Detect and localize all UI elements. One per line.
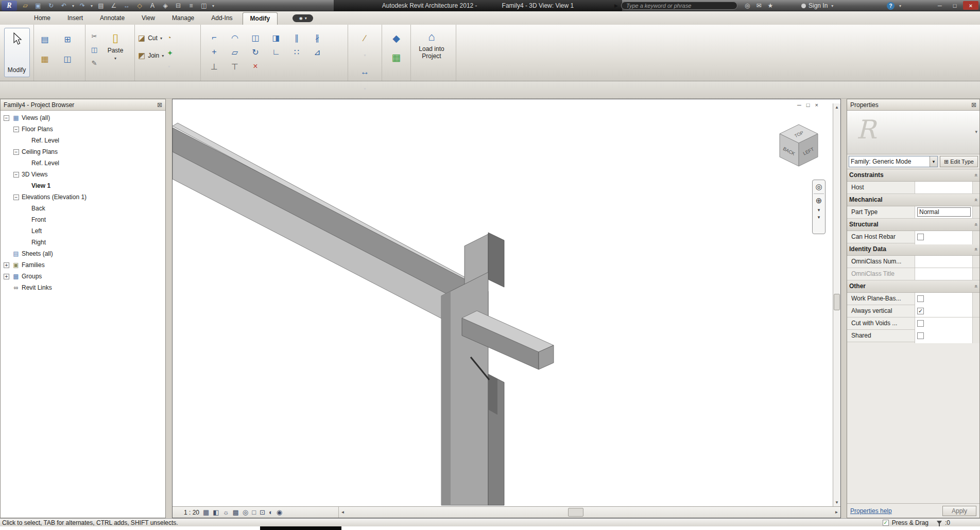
modify-select-button[interactable]: Modify	[4, 28, 30, 77]
tree-item-ceiling-plans[interactable]: −Ceiling Plans	[1, 146, 165, 157]
paint-icon[interactable]: ◔	[167, 33, 173, 42]
detail-level-icon[interactable]: ▦	[203, 508, 209, 516]
tree-item-right[interactable]: Right	[1, 237, 165, 248]
view-minimize-icon[interactable]: ─	[797, 102, 801, 108]
property-value-omniclass-num[interactable]	[915, 256, 972, 268]
copy-to-clipboard-icon[interactable]: ◫	[89, 44, 100, 55]
property-value-cut-with-voids[interactable]	[915, 317, 972, 331]
redo-icon[interactable]: ↷	[77, 1, 88, 10]
tree-item-front[interactable]: Front	[1, 214, 165, 225]
create-similar-icon[interactable]: ▦	[392, 51, 401, 63]
mirror-pick-axis-icon[interactable]: ◫	[245, 30, 266, 45]
property-group-mechanical[interactable]: Mechanical«	[847, 194, 979, 206]
property-value-omniclass-title[interactable]	[915, 268, 972, 280]
property-value-always-vertical[interactable]: ✓	[915, 305, 972, 317]
collapse-icon[interactable]: −	[13, 195, 19, 200]
paste-dropdown-icon[interactable]: ▾	[114, 56, 116, 61]
tab-home[interactable]: Home	[27, 12, 58, 25]
switch-windows-icon[interactable]: ◫	[198, 1, 210, 10]
zoom-dropdown-icon[interactable]: ▾	[818, 207, 820, 213]
save-icon[interactable]: ▣	[32, 1, 44, 10]
tree-item-elevations-elevation-1[interactable]: −Elevations (Elevation 1)	[1, 191, 165, 203]
property-group-structural[interactable]: Structural«	[847, 219, 979, 231]
unpin-icon[interactable]: ⊤	[225, 59, 245, 74]
geometry-options-dropdown-icon[interactable]: ▾	[167, 64, 171, 69]
filter-icon[interactable]	[937, 521, 942, 524]
property-value-part-type[interactable]: Normal	[915, 206, 972, 218]
property-value-work-plane-bas[interactable]	[915, 293, 972, 306]
tab-annotate[interactable]: Annotate	[93, 12, 132, 25]
tree-item-sheets-all[interactable]: ▤Sheets (all)	[1, 248, 165, 259]
type-selector-dropdown-icon[interactable]: ▼	[930, 156, 937, 167]
viewcube[interactable]: TOP BACK LEFT	[778, 123, 819, 168]
match-properties-icon[interactable]: ✎	[89, 57, 100, 68]
text-icon[interactable]: A	[147, 1, 158, 10]
tab-modify[interactable]: Modify	[243, 12, 278, 25]
scroll-right-icon[interactable]: ►	[833, 507, 840, 518]
restore-button[interactable]: □	[948, 1, 961, 10]
scroll-left-icon[interactable]: ◄	[339, 507, 347, 518]
expand-icon[interactable]: +	[4, 262, 9, 268]
switch-windows-dropdown-icon[interactable]: ▾	[211, 4, 215, 8]
family-types-icon[interactable]: ⊞	[60, 32, 75, 46]
tree-item-views-all[interactable]: −▦Views (all)	[1, 112, 165, 123]
checkbox-cut-with-voids[interactable]	[917, 320, 924, 327]
measure-between-refs-dropdown-icon[interactable]: ▾	[363, 53, 367, 58]
apply-button[interactable]: Apply	[942, 506, 976, 516]
tab-view[interactable]: View	[134, 12, 162, 25]
tab-add-ins[interactable]: Add-Ins	[204, 12, 239, 25]
column-lower-fin[interactable]	[488, 374, 497, 415]
tab-insert[interactable]: Insert	[60, 12, 90, 25]
tree-item-groups[interactable]: +▩Groups	[1, 271, 165, 282]
help-button[interactable]: ?	[887, 2, 895, 10]
copy-icon[interactable]: ▱	[225, 45, 245, 59]
scale-icon[interactable]: ⊿	[307, 45, 328, 59]
cut-to-clipboard-icon[interactable]: ✂	[89, 30, 100, 42]
view-scale-button[interactable]: 1 : 20	[184, 509, 199, 516]
split-with-gap-icon[interactable]: ∦	[307, 30, 328, 45]
shadows-icon[interactable]: ▩	[233, 508, 239, 516]
join-geometry-button[interactable]: ◩ Join ▾	[138, 51, 164, 60]
collapse-group-icon[interactable]: «	[970, 198, 980, 201]
visibility-settings-icon[interactable]: ◫	[60, 52, 75, 65]
tree-item-revit-links[interactable]: ∞Revit Links	[1, 282, 165, 293]
collapse-icon[interactable]: −	[4, 115, 9, 121]
move-icon[interactable]: +	[204, 45, 225, 59]
infocenter-toggle-icon[interactable]: ▶	[614, 3, 618, 8]
collapse-icon[interactable]: −	[13, 127, 19, 132]
redo-dropdown-icon[interactable]: ▾	[90, 4, 94, 8]
properties-close-icon[interactable]: ⊠	[971, 101, 976, 109]
aligned-dimension-icon[interactable]: ↔	[121, 1, 132, 10]
cut-geometry-button[interactable]: ◪ Cut ▾	[138, 33, 164, 43]
dimension-dropdown-icon[interactable]: ▾	[363, 86, 367, 91]
paste-button[interactable]: ▯ Paste ▾	[102, 27, 129, 68]
geometry-options-icon[interactable]: ✦	[167, 49, 173, 57]
checkbox-can-host-rebar[interactable]	[917, 234, 924, 240]
offset-icon[interactable]: ◠	[225, 30, 245, 45]
collapse-icon[interactable]: −	[13, 172, 19, 178]
load-into-project-button[interactable]: ⌂ Load into Project	[414, 27, 449, 60]
tree-item-families[interactable]: +▣Families	[1, 259, 165, 271]
property-group-constraints[interactable]: Constraints«	[847, 169, 979, 182]
properties-header[interactable]: Properties ⊠	[847, 99, 979, 111]
project-browser-header[interactable]: Family4 - Project Browser ⊠	[1, 99, 165, 111]
measure-between-refs-icon[interactable]: ∕	[364, 33, 366, 44]
undo-dropdown-icon[interactable]: ▾	[71, 4, 75, 8]
create-group-icon[interactable]: ◆	[392, 32, 400, 44]
vertical-scrollbar[interactable]: ▲ ▼	[833, 103, 840, 506]
help-dropdown-icon[interactable]: ▾	[898, 4, 902, 8]
search-input[interactable]: Type a keyword or phrase	[621, 2, 737, 10]
type-selector[interactable]: Family: Generic Mode ▼	[849, 156, 938, 167]
navbar-options-icon[interactable]: ▾	[818, 215, 820, 220]
join-dropdown-icon[interactable]: ▾	[162, 54, 164, 58]
tree-item-floor-plans[interactable]: −Floor Plans	[1, 123, 165, 135]
tree-item-3d-views[interactable]: −3D Views	[1, 169, 165, 180]
default-3d-view-icon[interactable]: ◈	[160, 1, 171, 10]
mirror-draw-axis-icon[interactable]: ◨	[266, 30, 286, 45]
vertical-scroll-thumb[interactable]	[834, 294, 840, 310]
favorites-icon[interactable]: ★	[768, 2, 773, 9]
visual-style-icon[interactable]: ◧	[213, 508, 219, 516]
sun-path-icon[interactable]: ☼	[223, 508, 229, 516]
tree-item-view-1[interactable]: View 1	[1, 180, 165, 191]
pin-icon[interactable]: ⊥	[204, 59, 225, 74]
